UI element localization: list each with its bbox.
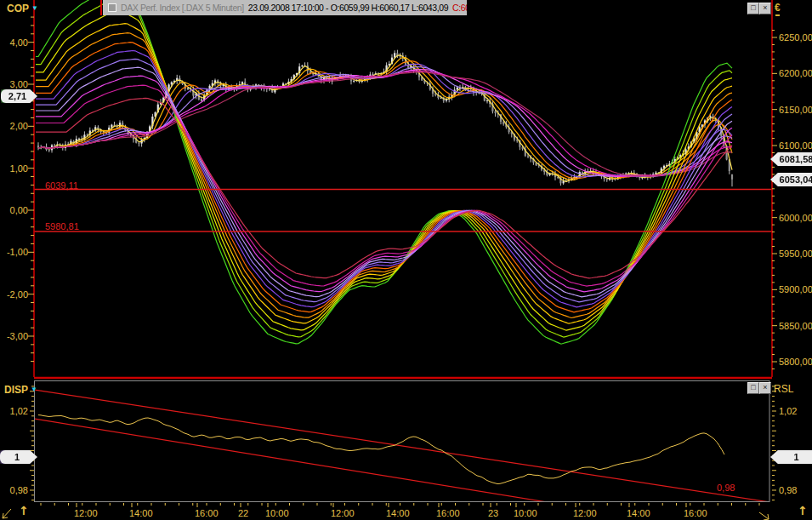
lower-maximize-button[interactable]: □ bbox=[747, 382, 759, 394]
quote-close-text: C:6053,04 bbox=[452, 3, 467, 13]
price-level-label-lower: 5980,81 bbox=[45, 222, 79, 231]
rsl-value-badge-right: 1 bbox=[770, 450, 812, 464]
price-level-label-upper: 6039,11 bbox=[45, 181, 78, 191]
main-maximize-button[interactable]: □ bbox=[747, 3, 759, 14]
trading-app-window: COP▼ DAX Perf. Index [.DAX 5 Minuten] 23… bbox=[0, 0, 812, 520]
euro-axis-dash bbox=[775, 14, 780, 16]
chart-titlebar[interactable]: DAX Perf. Index [.DAX 5 Minuten] 23.09.2… bbox=[103, 0, 467, 15]
instrument-title: DAX Perf. Index [.DAX 5 Minuten] bbox=[121, 3, 244, 13]
cop-indicator-selector[interactable]: COP▼ bbox=[7, 3, 38, 14]
currency-euro-symbol: € bbox=[775, 2, 781, 14]
scroll-up-arrow-left[interactable]: ↑ bbox=[19, 505, 29, 517]
chart-window-icon bbox=[108, 3, 116, 12]
titlebar-left-edge bbox=[100, 0, 102, 15]
ma-value-badge: 6081,58 bbox=[770, 152, 812, 166]
scroll-up-arrow-right[interactable]: ↑ bbox=[798, 505, 808, 517]
disp-indicator-selector[interactable]: DISP▼ bbox=[4, 384, 37, 396]
rsl-axis-label: RSL bbox=[774, 383, 793, 395]
quote-ohlc-text: 23.09.2008 17:10:00 - O:6059,99 H:6060,1… bbox=[248, 3, 448, 13]
cop-value-badge: 2,71 bbox=[1, 89, 37, 103]
disp-value-badge-left: 1 bbox=[0, 450, 37, 464]
main-close-button[interactable]: × bbox=[759, 3, 771, 14]
chevron-down-icon[interactable]: ▼ bbox=[31, 386, 37, 393]
close-value-badge: 6053,04 bbox=[770, 173, 812, 186]
cop-indicator-label: COP bbox=[7, 3, 29, 14]
channel-level-label: 0,98 bbox=[717, 483, 735, 493]
lower-close-button[interactable]: × bbox=[759, 382, 771, 394]
chevron-down-icon[interactable]: ▼ bbox=[31, 4, 38, 12]
disp-indicator-label: DISP bbox=[4, 384, 28, 396]
chart-canvas[interactable] bbox=[0, 0, 812, 520]
